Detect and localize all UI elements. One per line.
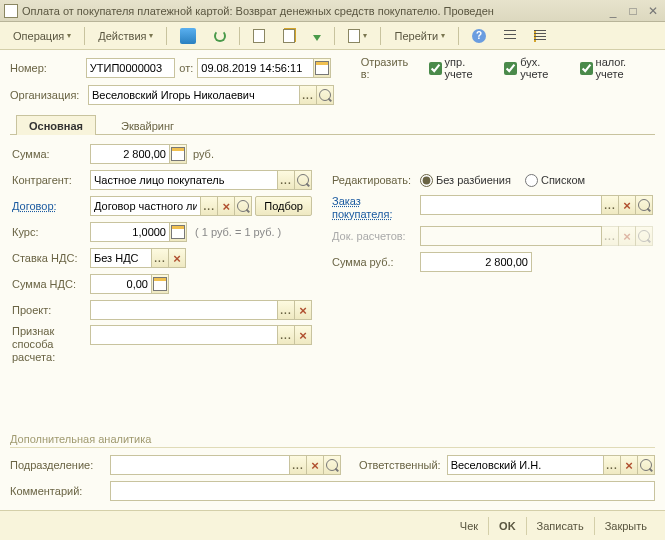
- radio-list[interactable]: Списком: [525, 174, 585, 187]
- contract-search-button[interactable]: [234, 196, 252, 216]
- maximize-button[interactable]: □: [625, 4, 641, 18]
- rate-calc-button[interactable]: [169, 222, 187, 242]
- tree-view-button[interactable]: [527, 27, 553, 45]
- check-button[interactable]: Чек: [450, 517, 488, 535]
- order-search-button[interactable]: [635, 195, 653, 215]
- subdivision-input[interactable]: [110, 455, 290, 475]
- order-clear-button[interactable]: [618, 195, 636, 215]
- help-icon: ?: [472, 29, 486, 43]
- actions-menu[interactable]: Действия: [91, 27, 160, 45]
- list-icon: [504, 30, 516, 42]
- tab-acquiring[interactable]: Эквайринг: [108, 115, 187, 135]
- operation-menu[interactable]: Операция: [6, 27, 78, 45]
- priznak-label: Признак способа расчета:: [12, 325, 90, 364]
- nds-rate-label: Ставка НДС:: [12, 252, 90, 264]
- project-select-button[interactable]: [277, 300, 295, 320]
- button-bar: Чек OK Записать Закрыть: [0, 510, 665, 540]
- subdivision-label: Подразделение:: [10, 459, 110, 471]
- close-button[interactable]: Закрыть: [594, 517, 657, 535]
- responsible-input[interactable]: [447, 455, 604, 475]
- priznak-input[interactable]: [90, 325, 278, 345]
- org-search-button[interactable]: [316, 85, 334, 105]
- doc-button-2[interactable]: [276, 26, 302, 46]
- sumrub-input[interactable]: [420, 252, 532, 272]
- docrasch-select-button: [601, 226, 619, 246]
- nds-select-button[interactable]: [151, 248, 169, 268]
- doc-button-3[interactable]: [306, 28, 328, 44]
- responsible-search-button[interactable]: [637, 455, 655, 475]
- project-clear-button[interactable]: [294, 300, 312, 320]
- close-window-button[interactable]: ✕: [645, 4, 661, 18]
- contract-label-link[interactable]: Договор:: [12, 200, 90, 212]
- calendar-button[interactable]: [313, 58, 331, 78]
- nds-sum-input[interactable]: [90, 274, 152, 294]
- nds-sum-calc-button[interactable]: [151, 274, 169, 294]
- reflect-label: Отразить в:: [361, 56, 419, 80]
- subdivision-select-button[interactable]: [289, 455, 307, 475]
- rate-hint: ( 1 руб. = 1 руб. ): [195, 226, 281, 238]
- sum-label: Сумма:: [12, 148, 90, 160]
- subdivision-search-button[interactable]: [323, 455, 341, 475]
- sum-input[interactable]: [90, 144, 170, 164]
- docrasch-label: Док. расчетов:: [332, 230, 420, 242]
- contractor-select-button[interactable]: [277, 170, 295, 190]
- save-button[interactable]: [173, 25, 203, 47]
- priznak-select-button[interactable]: [277, 325, 295, 345]
- comment-input[interactable]: [110, 481, 655, 501]
- responsible-select-button[interactable]: [603, 455, 621, 475]
- minimize-button[interactable]: _: [605, 4, 621, 18]
- responsible-label: Ответственный:: [359, 459, 441, 471]
- contract-select-button[interactable]: [200, 196, 218, 216]
- order-input[interactable]: [420, 195, 602, 215]
- contractor-label: Контрагент:: [12, 174, 90, 186]
- contract-clear-button[interactable]: [217, 196, 235, 216]
- contract-input[interactable]: [90, 196, 201, 216]
- order-label-link[interactable]: Заказ покупателя:: [332, 195, 420, 221]
- responsible-clear-button[interactable]: [620, 455, 638, 475]
- project-input[interactable]: [90, 300, 278, 320]
- contractor-search-button[interactable]: [294, 170, 312, 190]
- number-input[interactable]: [86, 58, 176, 78]
- toolbar: Операция Действия Перейти ?: [0, 22, 665, 50]
- doc-button-1[interactable]: [246, 26, 272, 46]
- nds-sum-label: Сумма НДС:: [12, 278, 90, 290]
- refresh-icon: [214, 30, 226, 42]
- document-icon: [4, 4, 18, 18]
- post-icon: [313, 35, 321, 41]
- window-title: Оплата от покупателя платежной картой: В…: [22, 5, 605, 17]
- order-select-button[interactable]: [601, 195, 619, 215]
- rate-input[interactable]: [90, 222, 170, 242]
- tabs: Основная Эквайринг: [10, 114, 655, 135]
- pick-button[interactable]: Подбор: [255, 196, 312, 216]
- date-input[interactable]: [197, 58, 314, 78]
- list-view-button[interactable]: [497, 27, 523, 45]
- structure-button[interactable]: [341, 26, 374, 46]
- sum-calc-button[interactable]: [169, 144, 187, 164]
- help-button[interactable]: ?: [465, 26, 493, 46]
- sumrub-label: Сумма руб.:: [332, 256, 420, 268]
- nds-clear-button[interactable]: [168, 248, 186, 268]
- org-input[interactable]: [88, 85, 300, 105]
- subdivision-clear-button[interactable]: [306, 455, 324, 475]
- goto-menu[interactable]: Перейти: [387, 27, 452, 45]
- tab-main[interactable]: Основная: [16, 115, 96, 135]
- nds-rate-input[interactable]: [90, 248, 152, 268]
- radio-no-split[interactable]: Без разбиения: [420, 174, 511, 187]
- contractor-input[interactable]: [90, 170, 278, 190]
- org-label: Организация:: [10, 89, 88, 101]
- doc-icon: [253, 29, 265, 43]
- rub-label: руб.: [193, 148, 271, 160]
- edit-mode-label: Редактировать:: [332, 174, 420, 186]
- titlebar: Оплата от покупателя платежной картой: В…: [0, 0, 665, 22]
- priznak-clear-button[interactable]: [294, 325, 312, 345]
- upr-uchet-checkbox[interactable]: упр. учете: [429, 56, 495, 80]
- nalog-uchet-checkbox[interactable]: налог. учете: [580, 56, 655, 80]
- write-button[interactable]: Записать: [526, 517, 594, 535]
- docrasch-search-button: [635, 226, 653, 246]
- comment-label: Комментарий:: [10, 485, 110, 497]
- refresh-button[interactable]: [207, 27, 233, 45]
- project-label: Проект:: [12, 304, 90, 316]
- ok-button[interactable]: OK: [488, 517, 526, 535]
- bukh-uchet-checkbox[interactable]: бух. учете: [504, 56, 569, 80]
- org-select-button[interactable]: [299, 85, 317, 105]
